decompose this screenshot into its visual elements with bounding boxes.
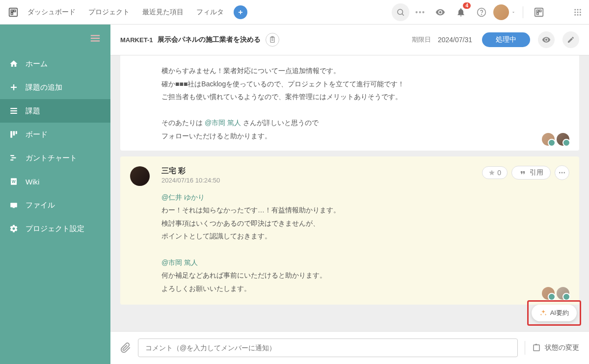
user-menu[interactable]: [493, 4, 516, 20]
sidebar-item-home[interactable]: ホーム: [0, 52, 110, 76]
sidebar-item-board[interactable]: ボード: [0, 123, 110, 146]
reaction-avatar[interactable]: [542, 133, 555, 146]
file-icon: [9, 200, 19, 210]
comment-actions: 0 引用 ⋯: [482, 165, 569, 180]
edit-issue-icon[interactable]: [562, 31, 579, 48]
svg-rect-11: [536, 10, 538, 12]
wiki-icon: W: [9, 177, 19, 186]
mention[interactable]: @仁井 ゆかり: [161, 193, 205, 201]
main-content: MARKET-1 展示会パネルの施工業者を決める 期限日 2024/07/31 …: [110, 25, 589, 364]
comment-reactions: [542, 287, 569, 300]
add-button[interactable]: [234, 5, 247, 19]
sidebar-item-label: プロジェクト設定: [26, 224, 84, 234]
star-count: 0: [497, 169, 501, 177]
due-date-label: 期限日: [412, 35, 431, 44]
svg-point-16: [580, 9, 581, 10]
svg-rect-33: [16, 131, 17, 134]
comments-area[interactable]: 横からすみません！業者対応について一点追加情報です。 確か■■■社はBacklo…: [110, 55, 589, 364]
due-date-value: 2024/07/31: [438, 36, 472, 44]
sparkle-icon: [539, 309, 547, 317]
issue-key: MARKET-1: [120, 36, 153, 44]
sidebar-item-add-issue[interactable]: 課題の追加: [0, 76, 110, 99]
comment-text: @仁井 ゆかり わー！それは知らなかったです…！有益情報助かります。 検討事項は…: [161, 191, 569, 295]
svg-point-15: [577, 9, 579, 10]
sidebar-item-label: Wiki: [26, 178, 39, 186]
board-icon: [9, 130, 19, 139]
svg-rect-35: [12, 157, 16, 158]
comment-text: 横からすみません！業者対応について一点追加情報です。 確か■■■社はBacklo…: [161, 64, 569, 143]
sidebar-item-settings[interactable]: プロジェクト設定: [0, 217, 110, 240]
sidebar-item-label: ボード: [26, 130, 48, 139]
divider: [525, 341, 525, 355]
nav-project[interactable]: プロジェクト: [83, 5, 134, 20]
svg-point-19: [580, 11, 581, 13]
reaction-avatar[interactable]: [542, 287, 555, 300]
svg-point-18: [577, 11, 579, 13]
sidebar-item-file[interactable]: ファイル: [0, 193, 110, 217]
quote-button[interactable]: 引用: [511, 166, 551, 180]
status-change-button[interactable]: 状態の変更: [532, 343, 579, 352]
watch-icon[interactable]: [431, 3, 449, 21]
issue-header: MARKET-1 展示会パネルの施工業者を決める 期限日 2024/07/31 …: [110, 25, 589, 55]
comment: 0 引用 ⋯ 三宅 彩 2024/07/16 10:24:50 @仁井 ゆかり …: [120, 156, 579, 305]
divider: [523, 6, 523, 18]
comment: 横からすみません！業者対応について一点追加情報です。 確か■■■社はBacklo…: [120, 55, 579, 151]
apps-grid-icon[interactable]: [573, 8, 582, 17]
ai-summary-highlight: AI要約: [527, 300, 581, 326]
clipboard-icon[interactable]: [266, 33, 279, 47]
svg-point-20: [574, 14, 576, 15]
sidebar-item-label: ガントチャート: [26, 154, 77, 163]
org-icon[interactable]: [530, 3, 548, 21]
reaction-avatar[interactable]: [557, 287, 569, 300]
reaction-avatar[interactable]: [557, 133, 569, 146]
comment-more-icon[interactable]: ⋯: [555, 165, 569, 180]
nav-dashboard[interactable]: ダッシュボード: [23, 5, 80, 20]
svg-rect-34: [10, 155, 14, 156]
nav-filter[interactable]: フィルタ: [191, 5, 229, 20]
sidebar-item-issues[interactable]: 課題: [0, 99, 110, 123]
svg-point-17: [574, 11, 576, 13]
sidebar-item-label: ホーム: [26, 59, 48, 69]
issue-title: 展示会パネルの施工業者を決める: [158, 35, 261, 44]
svg-line-7: [402, 14, 404, 16]
sidebar-item-gantt[interactable]: ガントチャート: [0, 146, 110, 170]
top-bar: ダッシュボード プロジェクト 最近見た項目 フィルタ ••• 4: [0, 0, 589, 25]
mention[interactable]: @市岡 篤人: [205, 119, 241, 127]
more-menu-icon[interactable]: •••: [412, 8, 428, 16]
comment-reactions: [542, 133, 569, 146]
list-icon: [9, 106, 19, 116]
svg-point-14: [574, 9, 576, 10]
app-logo-icon[interactable]: [7, 6, 20, 19]
svg-rect-1: [11, 10, 13, 12]
notification-badge: 4: [463, 2, 471, 9]
comment-input[interactable]: [138, 338, 518, 357]
gantt-icon: [9, 153, 19, 163]
comment-avatar: [130, 166, 150, 186]
svg-rect-13: [536, 12, 538, 14]
sidebar-toggle[interactable]: [0, 25, 110, 52]
attach-icon[interactable]: [120, 342, 131, 353]
watch-issue-icon[interactable]: [538, 31, 555, 48]
svg-rect-30: [10, 113, 17, 114]
svg-rect-3: [11, 12, 13, 14]
svg-text:W: W: [12, 180, 16, 184]
plus-icon: [9, 82, 19, 92]
sidebar-item-wiki[interactable]: W Wiki: [0, 170, 110, 193]
svg-rect-40: [13, 208, 15, 208]
search-icon[interactable]: [392, 3, 409, 21]
star-button[interactable]: 0: [482, 166, 508, 179]
svg-rect-29: [10, 110, 17, 111]
svg-rect-32: [13, 131, 15, 135]
help-icon[interactable]: [473, 3, 490, 21]
svg-point-21: [577, 14, 579, 15]
notifications-icon[interactable]: 4: [452, 3, 470, 21]
user-avatar: [493, 4, 509, 20]
svg-rect-45: [534, 345, 539, 351]
sidebar-item-label: ファイル: [26, 201, 55, 210]
status-pill[interactable]: 処理中: [482, 32, 530, 47]
svg-point-9: [482, 14, 482, 14]
nav-recent[interactable]: 最近見た項目: [137, 5, 188, 20]
mention[interactable]: @市岡 篤人: [161, 259, 198, 266]
ai-summary-button[interactable]: AI要約: [532, 305, 577, 321]
svg-point-6: [398, 9, 403, 15]
